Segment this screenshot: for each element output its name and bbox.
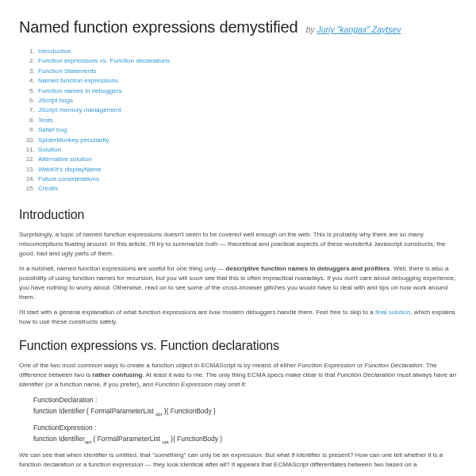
text-fragment: may omit it: [213, 381, 247, 388]
toc-link-spidermonkey[interactable]: SpiderMonkey peculiarity [38, 136, 109, 144]
toc-link-names-debuggers[interactable]: Function names in debuggers [38, 87, 121, 94]
subscript-opt: opt [162, 439, 168, 443]
text-fragment: function Identifier [33, 435, 85, 443]
text-fragment: One of the two most common ways to creat… [19, 362, 298, 369]
text-fragment: ){ FunctionBody } [169, 435, 223, 443]
fevd-paragraph-2: We can see that when identifier is omitt… [19, 451, 457, 470]
intro-paragraph-1: Surprisingly, a topic of named function … [19, 230, 457, 259]
toc-item: Introduction [36, 47, 457, 56]
italic-text: Function Declaration [364, 362, 422, 369]
section-heading-introduction: Introduction [19, 205, 457, 224]
bold-text: rather confusing [92, 371, 142, 378]
toc-link-jscript-bugs[interactable]: JScript bugs [38, 97, 73, 104]
toc-link-safari-bug[interactable]: Safari bug [38, 126, 67, 133]
toc-link-future[interactable]: Future considerations [38, 175, 99, 182]
text-fragment: In a nutshell, named function expression… [19, 265, 226, 272]
toc-item: Alternative solution [36, 155, 457, 164]
toc-item: Safari bug [36, 125, 457, 135]
toc-link-introduction[interactable]: Introduction [38, 48, 71, 55]
toc-item: WebKit's displayName [36, 165, 457, 175]
table-of-contents: Introduction Function expressions vs. Fu… [19, 47, 457, 194]
text-fragment: I'll start with a general explanation of… [19, 309, 375, 316]
italic-text: Identifier [19, 381, 44, 388]
intro-paragraph-3: I'll start with a general explanation of… [19, 308, 457, 327]
article-container: Named function expressions demystified b… [0, 0, 476, 470]
text-fragment: (or a function name, if you prefer), and [44, 381, 155, 388]
toc-link-alt-solution[interactable]: Alternative solution [38, 155, 92, 163]
toc-link-credits[interactable]: Credits [38, 185, 58, 192]
grammar-block: FunctionDeclaration : function Identifie… [33, 395, 457, 446]
toc-item: JScript bugs [36, 96, 457, 106]
subscript-opt: opt [85, 439, 91, 443]
section-heading-fevd: Function expressions vs. Function declar… [19, 336, 457, 355]
italic-text: Function Expression [298, 362, 355, 369]
text-fragment: ){ FunctionBody } [162, 407, 216, 415]
toc-item: JScript memory management [36, 106, 457, 115]
toc-item: Tests [36, 116, 457, 125]
toc-item: Named function expressions [36, 76, 457, 86]
toc-item: Credits [36, 184, 457, 194]
text-fragment: function Identifier ( FormalParameterLis… [33, 407, 155, 415]
bold-text: descriptive function names in debuggers … [226, 265, 390, 272]
toc-link-jscript-mm[interactable]: JScript memory management [38, 106, 121, 113]
toc-item: Future considerations [36, 175, 457, 184]
toc-item: Function Statements [36, 67, 457, 76]
italic-text: Function Expression [155, 381, 212, 388]
final-solution-link[interactable]: final solution [375, 309, 410, 316]
author-link[interactable]: Juriy "kangax" Zaytsev [317, 25, 401, 34]
text-fragment: ( FormalParameterList [91, 435, 162, 443]
italic-text: Function Declaration [337, 371, 395, 378]
article-header: Named function expressions demystified b… [19, 16, 457, 39]
grammar-line: function Identifier ( FormalParameterLis… [33, 406, 457, 418]
toc-link-tests[interactable]: Tests [38, 117, 53, 124]
text-fragment: . At least it was to me. The only thing … [142, 371, 336, 378]
fevd-paragraph-1: One of the two most common ways to creat… [19, 361, 457, 390]
intro-paragraph-2: In a nutshell, named function expression… [19, 264, 457, 302]
text-fragment: or [355, 362, 365, 369]
toc-item: SpiderMonkey peculiarity [36, 136, 457, 145]
toc-link-nfe[interactable]: Named function expressions [38, 77, 118, 84]
byline-prefix: by [305, 25, 317, 34]
toc-item: Function expressions vs. Function declar… [36, 56, 457, 66]
byline: by Juriy "kangax" Zaytsev [305, 24, 401, 36]
toc-link-fe-vs-fd[interactable]: Function expressions vs. Function declar… [38, 57, 170, 64]
page-title: Named function expressions demystified [19, 16, 298, 39]
toc-link-function-statements[interactable]: Function Statements [38, 67, 96, 75]
grammar-line: function Identifieropt ( FormalParameter… [33, 434, 457, 446]
grammar-line: FunctionExpression : [33, 423, 457, 434]
text-fragment: must always have an [395, 371, 456, 378]
grammar-line: FunctionDeclaration : [33, 395, 457, 406]
toc-link-solution[interactable]: Solution [38, 146, 61, 153]
toc-link-webkit-displayname[interactable]: WebKit's displayName [38, 166, 102, 173]
toc-item: Function names in debuggers [36, 86, 457, 96]
toc-item: Solution [36, 145, 457, 155]
